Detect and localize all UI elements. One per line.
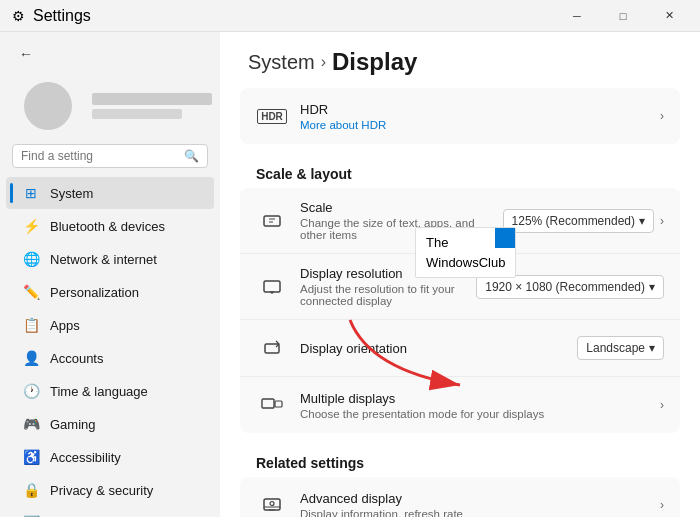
hdr-chevron: › [660, 109, 664, 123]
resolution-value: 1920 × 1080 (Recommended) [485, 280, 645, 294]
svg-rect-0 [264, 216, 280, 226]
orientation-value: Landscape [586, 341, 645, 355]
resolution-dropdown-chevron: ▾ [649, 280, 655, 294]
resolution-content: Display resolution Adjust the resolution… [300, 266, 476, 307]
scale-subtitle: Change the size of text, apps, and other… [300, 217, 503, 241]
advanced-display-right: › [660, 498, 664, 512]
user-name [92, 93, 212, 105]
scale-dropdown-chevron: ▾ [639, 214, 645, 228]
sidebar: ← 🔍 ⊞ System ⚡ Bluetooth & d [0, 32, 220, 517]
scale-title: Scale [300, 200, 503, 215]
orientation-row[interactable]: Display orientation Landscape ▾ [240, 320, 680, 377]
app-container: ← 🔍 ⊞ System ⚡ Bluetooth & d [0, 32, 700, 517]
svg-rect-8 [275, 401, 282, 407]
sidebar-item-label-apps: Apps [50, 318, 80, 333]
user-email [92, 109, 182, 119]
sidebar-item-personalization[interactable]: ✏️ Personalization [6, 276, 214, 308]
orientation-content: Display orientation [300, 341, 577, 356]
scale-row[interactable]: Scale Change the size of text, apps, and… [240, 188, 680, 254]
time-icon: 🕐 [22, 382, 40, 400]
system-icon: ⊞ [22, 184, 40, 202]
hdr-row[interactable]: HDR HDR More about HDR › [240, 88, 680, 144]
close-button[interactable]: ✕ [646, 0, 692, 32]
sidebar-item-update[interactable]: 🔄 Windows Update [6, 507, 214, 517]
hdr-card: HDR HDR More about HDR › [240, 88, 680, 144]
hdr-content: HDR More about HDR [300, 102, 660, 131]
multiple-displays-title: Multiple displays [300, 391, 660, 406]
advanced-display-icon [256, 489, 288, 517]
sidebar-item-apps[interactable]: 📋 Apps [6, 309, 214, 341]
orientation-dropdown[interactable]: Landscape ▾ [577, 336, 664, 360]
scale-dropdown[interactable]: 125% (Recommended) ▾ [503, 209, 654, 233]
accessibility-icon: ♿ [22, 448, 40, 466]
resolution-right: 1920 × 1080 (Recommended) ▾ [476, 275, 664, 299]
titlebar-title: Settings [33, 7, 91, 25]
scale-content: Scale Change the size of text, apps, and… [300, 200, 503, 241]
svg-rect-9 [264, 499, 280, 510]
sidebar-item-gaming[interactable]: 🎮 Gaming [6, 408, 214, 440]
sidebar-item-system[interactable]: ⊞ System [6, 177, 214, 209]
orientation-icon [256, 332, 288, 364]
titlebar-left: ⚙ Settings [12, 7, 91, 25]
hdr-subtitle[interactable]: More about HDR [300, 119, 660, 131]
hdr-right: › [660, 109, 664, 123]
advanced-display-chevron: › [660, 498, 664, 512]
breadcrumb: System › Display [220, 32, 700, 88]
resolution-row[interactable]: Display resolution Adjust the resolution… [240, 254, 680, 320]
orientation-right: Landscape ▾ [577, 336, 664, 360]
resolution-icon [256, 271, 288, 303]
gaming-icon: 🎮 [22, 415, 40, 433]
scale-right: 125% (Recommended) ▾ › [503, 209, 664, 233]
advanced-display-content: Advanced display Display information, re… [300, 491, 660, 518]
sidebar-item-label-system: System [50, 186, 93, 201]
sidebar-item-label-privacy: Privacy & security [50, 483, 153, 498]
sidebar-top: ← [0, 32, 220, 74]
minimize-button[interactable]: ─ [554, 0, 600, 32]
breadcrumb-chevron: › [321, 53, 326, 71]
sidebar-item-label-accessibility: Accessibility [50, 450, 121, 465]
sidebar-item-network[interactable]: 🌐 Network & internet [6, 243, 214, 275]
sidebar-item-privacy[interactable]: 🔒 Privacy & security [6, 474, 214, 506]
sidebar-item-label-bluetooth: Bluetooth & devices [50, 219, 165, 234]
sidebar-item-label-time: Time & language [50, 384, 148, 399]
maximize-button[interactable]: □ [600, 0, 646, 32]
multiple-displays-row[interactable]: Multiple displays Choose the presentatio… [240, 377, 680, 433]
hdr-icon: HDR [256, 100, 288, 132]
multiple-displays-right: › [660, 398, 664, 412]
svg-point-12 [270, 502, 274, 506]
search-input[interactable] [21, 149, 178, 163]
sidebar-item-accounts[interactable]: 👤 Accounts [6, 342, 214, 374]
back-button[interactable]: ← [12, 40, 40, 68]
orientation-dropdown-chevron: ▾ [649, 341, 655, 355]
breadcrumb-current: Display [332, 48, 417, 76]
sidebar-item-accessibility[interactable]: ♿ Accessibility [6, 441, 214, 473]
scale-layout-card: Scale Change the size of text, apps, and… [240, 188, 680, 433]
search-box: 🔍 [12, 144, 208, 168]
related-settings-label: Related settings [220, 441, 700, 477]
settings-icon: ⚙ [12, 8, 25, 24]
svg-rect-7 [262, 399, 274, 408]
multiple-displays-content: Multiple displays Choose the presentatio… [300, 391, 660, 420]
scale-value: 125% (Recommended) [512, 214, 635, 228]
apps-icon: 📋 [22, 316, 40, 334]
sidebar-item-time[interactable]: 🕐 Time & language [6, 375, 214, 407]
resolution-title: Display resolution [300, 266, 476, 281]
sidebar-nav: ⊞ System ⚡ Bluetooth & devices 🌐 Network… [0, 176, 220, 517]
sidebar-item-label-gaming: Gaming [50, 417, 96, 432]
content-wrapper: System › Display HDR HDR More about HDR … [220, 32, 700, 517]
resolution-dropdown[interactable]: 1920 × 1080 (Recommended) ▾ [476, 275, 664, 299]
multiple-displays-subtitle: Choose the presentation mode for your di… [300, 408, 660, 420]
scale-icon [256, 205, 288, 237]
hdr-title: HDR [300, 102, 660, 117]
sidebar-item-bluetooth[interactable]: ⚡ Bluetooth & devices [6, 210, 214, 242]
sidebar-item-label-personalization: Personalization [50, 285, 139, 300]
advanced-display-row[interactable]: Advanced display Display information, re… [240, 477, 680, 517]
accounts-icon: 👤 [22, 349, 40, 367]
advanced-display-title: Advanced display [300, 491, 660, 506]
resolution-subtitle: Adjust the resolution to fit your connec… [300, 283, 476, 307]
multiple-displays-icon [256, 389, 288, 421]
search-container: 🔍 [0, 140, 220, 176]
personalization-icon: ✏️ [22, 283, 40, 301]
advanced-display-subtitle: Display information, refresh rate [300, 508, 660, 518]
svg-rect-3 [264, 281, 280, 292]
